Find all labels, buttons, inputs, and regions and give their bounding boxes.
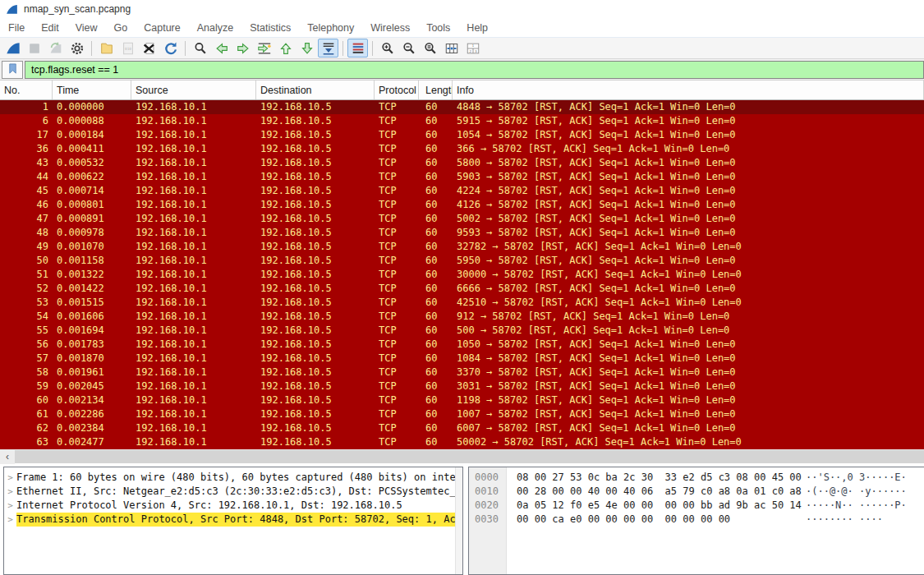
- packet-row[interactable]: 480.000978192.168.10.1192.168.10.5TCP609…: [0, 226, 924, 240]
- resize-columns-icon[interactable]: [441, 39, 462, 58]
- expander-chevron-icon[interactable]: >: [4, 513, 16, 527]
- packet-row[interactable]: 570.001870192.168.10.1192.168.10.5TCP601…: [0, 352, 924, 366]
- reload-file-icon[interactable]: [160, 39, 181, 58]
- hex-ascii[interactable]: ·····N·· ······P·: [806, 499, 907, 513]
- display-filter-input[interactable]: tcp.flags.reset == 1: [25, 61, 924, 79]
- packet-row[interactable]: 620.002384192.168.10.1192.168.10.5TCP606…: [0, 421, 924, 435]
- menu-analyze[interactable]: Analyze: [189, 20, 241, 36]
- packet-row[interactable]: 550.001694192.168.10.1192.168.10.5TCP605…: [0, 324, 924, 338]
- column-header-destination[interactable]: Destination: [256, 80, 375, 99]
- menu-edit[interactable]: Edit: [33, 20, 67, 36]
- packet-row[interactable]: 580.001961192.168.10.1192.168.10.5TCP603…: [0, 366, 924, 380]
- expander-chevron-icon[interactable]: >: [4, 485, 16, 499]
- zoom-out-icon[interactable]: [398, 39, 419, 58]
- packet-cell: 192.168.10.5: [256, 240, 375, 254]
- packet-row[interactable]: 460.000801192.168.10.1192.168.10.5TCP604…: [0, 198, 924, 212]
- packet-cell: 192.168.10.5: [256, 128, 375, 142]
- packet-cell: 60: [419, 184, 453, 198]
- menu-help[interactable]: Help: [458, 20, 496, 36]
- packet-cell: 60: [419, 282, 453, 296]
- packet-row[interactable]: 630.002477192.168.10.1192.168.10.5TCP605…: [0, 435, 924, 449]
- packet-cell: 192.168.10.1: [131, 226, 256, 240]
- start-capture-icon[interactable]: [2, 39, 23, 58]
- hex-row[interactable]: 003000 00 ca e0 00 00 00 00 00 00 00 00·…: [469, 513, 924, 527]
- menu-view[interactable]: View: [67, 20, 106, 36]
- column-header-source[interactable]: Source: [131, 80, 256, 99]
- find-packet-icon[interactable]: [190, 39, 210, 58]
- menu-tools[interactable]: Tools: [418, 20, 458, 36]
- reset-layout-icon[interactable]: 123: [462, 39, 483, 58]
- detail-line[interactable]: >Transmission Control Protocol, Src Port…: [4, 513, 462, 527]
- packet-cell: TCP: [375, 254, 419, 268]
- hex-bytes[interactable]: 00 00 ca e0 00 00 00 00 00 00 00 00: [507, 513, 806, 527]
- hex-ascii[interactable]: ··'S··,0 3·····E·: [806, 471, 907, 485]
- main-toolbar: 010123: [0, 37, 924, 59]
- hex-ascii[interactable]: ·(··@·@· ·y······: [806, 485, 907, 499]
- packet-row[interactable]: 560.001783192.168.10.1192.168.10.5TCP601…: [0, 338, 924, 352]
- packet-cell: 60: [419, 380, 453, 393]
- packet-row[interactable]: 440.000622192.168.10.1192.168.10.5TCP605…: [0, 170, 924, 184]
- zoom-reset-icon[interactable]: [420, 39, 440, 58]
- open-file-icon[interactable]: [96, 39, 117, 58]
- hex-bytes[interactable]: 08 00 27 53 0c ba 2c 30 33 e2 d5 c3 08 0…: [507, 471, 806, 485]
- packet-cell: TCP: [375, 393, 419, 407]
- packet-row[interactable]: 60.000088192.168.10.1192.168.10.5TCP6059…: [0, 114, 924, 128]
- packet-row[interactable]: 500.001158192.168.10.1192.168.10.5TCP605…: [0, 254, 924, 268]
- menu-statistics[interactable]: Statistics: [241, 20, 299, 36]
- packet-cell: 0.001870: [53, 352, 131, 366]
- go-forward-icon[interactable]: [232, 39, 253, 58]
- packet-row[interactable]: 600.002134192.168.10.1192.168.10.5TCP601…: [0, 393, 924, 407]
- menu-file[interactable]: File: [0, 20, 33, 36]
- packet-row[interactable]: 610.002286192.168.10.1192.168.10.5TCP601…: [0, 407, 924, 421]
- go-back-icon[interactable]: [211, 39, 232, 58]
- menu-wireless[interactable]: Wireless: [362, 20, 418, 36]
- detail-line[interactable]: >Ethernet II, Src: Netgear_e2:d5:c3 (2c:…: [4, 485, 462, 499]
- packet-cell: 1050 → 58702 [RST, ACK] Seq=1 Ack=1 Win=…: [453, 338, 924, 352]
- column-header-lengtl[interactable]: Lengtl: [419, 80, 453, 99]
- packet-row[interactable]: 530.001515192.168.10.1192.168.10.5TCP604…: [0, 296, 924, 310]
- hex-bytes[interactable]: 00 28 00 00 40 00 40 06 a5 79 c0 a8 0a 0…: [507, 485, 806, 499]
- capture-options-icon[interactable]: [67, 39, 87, 58]
- filter-bookmark-button[interactable]: [2, 61, 23, 79]
- column-header-protocol[interactable]: Protocol: [375, 80, 419, 99]
- zoom-in-icon[interactable]: [377, 39, 398, 58]
- packet-row[interactable]: 450.000714192.168.10.1192.168.10.5TCP604…: [0, 184, 924, 198]
- menu-go[interactable]: Go: [106, 20, 136, 36]
- column-header-time[interactable]: Time: [53, 80, 131, 99]
- hex-row[interactable]: 001000 28 00 00 40 00 40 06 a5 79 c0 a8 …: [469, 485, 924, 499]
- hex-row[interactable]: 000008 00 27 53 0c ba 2c 30 33 e2 d5 c3 …: [469, 471, 924, 485]
- expander-chevron-icon[interactable]: >: [4, 499, 16, 513]
- packet-row[interactable]: 490.001070192.168.10.1192.168.10.5TCP603…: [0, 240, 924, 254]
- packet-cell: TCP: [375, 212, 419, 226]
- packet-row[interactable]: 170.000184192.168.10.1192.168.10.5TCP601…: [0, 128, 924, 142]
- detail-line[interactable]: >Frame 1: 60 bytes on wire (480 bits), 6…: [4, 471, 462, 485]
- detail-line[interactable]: >Internet Protocol Version 4, Src: 192.1…: [4, 499, 462, 513]
- packet-row[interactable]: 510.001322192.168.10.1192.168.10.5TCP603…: [0, 268, 924, 282]
- column-header-no[interactable]: No.: [0, 80, 53, 99]
- auto-scroll-icon[interactable]: [318, 39, 338, 58]
- go-to-packet-icon[interactable]: [254, 39, 274, 58]
- packet-cell: 9593 → 58702 [RST, ACK] Seq=1 Ack=1 Win=…: [453, 226, 924, 240]
- packet-row[interactable]: 520.001422192.168.10.1192.168.10.5TCP606…: [0, 282, 924, 296]
- expander-chevron-icon[interactable]: >: [4, 471, 16, 485]
- packet-list-hscrollbar[interactable]: ‹: [0, 449, 924, 463]
- packet-row[interactable]: 430.000532192.168.10.1192.168.10.5TCP605…: [0, 156, 924, 170]
- scroll-left-icon[interactable]: ‹: [0, 450, 15, 464]
- menu-telephony[interactable]: Telephony: [299, 20, 362, 36]
- packet-row[interactable]: 590.002045192.168.10.1192.168.10.5TCP603…: [0, 380, 924, 393]
- packet-row[interactable]: 470.000891192.168.10.1192.168.10.5TCP605…: [0, 212, 924, 226]
- hex-row[interactable]: 00200a 05 12 f0 e5 4e 00 00 00 00 bb ad …: [469, 499, 924, 513]
- hex-ascii[interactable]: ········ ····: [806, 513, 883, 527]
- hex-bytes[interactable]: 0a 05 12 f0 e5 4e 00 00 00 00 bb ad 9b a…: [507, 499, 806, 513]
- packet-row[interactable]: 360.000411192.168.10.1192.168.10.5TCP603…: [0, 142, 924, 156]
- menu-capture[interactable]: Capture: [136, 20, 188, 36]
- go-last-packet-icon[interactable]: [297, 39, 317, 58]
- packet-cell: 366 → 58702 [RST, ACK] Seq=1 Ack=1 Win=0…: [453, 142, 924, 156]
- packet-row[interactable]: 540.001606192.168.10.1192.168.10.5TCP609…: [0, 310, 924, 324]
- packet-cell: 192.168.10.5: [256, 184, 375, 198]
- colorize-packets-icon[interactable]: [347, 39, 368, 58]
- close-file-icon[interactable]: [139, 39, 159, 58]
- column-header-info[interactable]: Info: [453, 80, 924, 99]
- packet-row[interactable]: 10.000000192.168.10.1192.168.10.5TCP6048…: [0, 100, 924, 114]
- go-first-packet-icon[interactable]: [275, 39, 296, 58]
